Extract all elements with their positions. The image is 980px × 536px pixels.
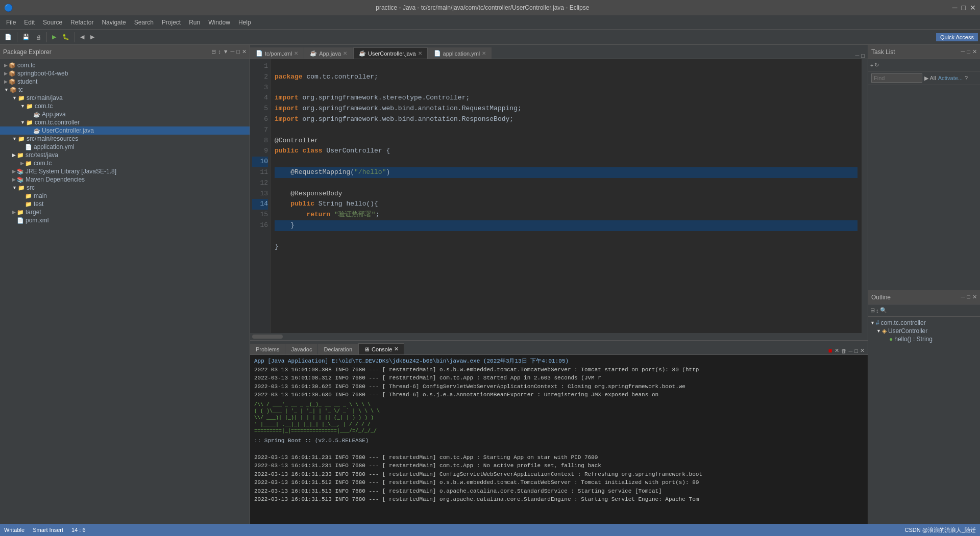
task-list-title: Task List	[871, 48, 895, 56]
tree-item-usercontroller[interactable]: ▶ ☕ UserController.java	[0, 126, 250, 135]
editor-main: 1 2 3 4 5 6 7 8 9 10 11 12 13 14	[250, 59, 868, 333]
tree-item-controller-pkg[interactable]: ▼ 📁 com.tc.controller	[0, 118, 250, 126]
label-student: student	[17, 78, 37, 85]
h-scrollbar-thumb[interactable]	[252, 335, 283, 339]
tab-application[interactable]: 📄 application.yml ✕	[428, 47, 492, 59]
menu-help[interactable]: Help	[234, 17, 255, 28]
ol-filter-btn[interactable]: 🔍	[880, 307, 887, 314]
bottom-max-btn[interactable]: □	[854, 348, 858, 354]
tab-declaration[interactable]: Declaration	[318, 344, 358, 354]
spring-art-3: \\/ ___)| |_)| | | | | || (_| | ) ) ) )	[254, 415, 864, 421]
tree-item-main[interactable]: ▶ 📁 main	[0, 192, 250, 200]
tab-pom-close[interactable]: ✕	[294, 50, 298, 56]
editor-max-btn[interactable]: □	[861, 53, 865, 59]
menu-navigate[interactable]: Navigate	[97, 17, 130, 28]
tree-item-src-main-res[interactable]: ▼ 📁 src/main/resources	[0, 135, 250, 143]
save-button[interactable]: 💾	[20, 32, 32, 42]
console-stop-btn[interactable]: ■	[828, 347, 832, 354]
editor-min-btn[interactable]: ─	[855, 53, 860, 59]
status-bar: Writable Smart Insert 14 : 6 CSDN @浪浪的流浪…	[0, 524, 980, 536]
icon-main: 📁	[25, 193, 32, 199]
tree-item-target[interactable]: ▶ 📁 target	[0, 208, 250, 216]
tl-all-label[interactable]: ▶ All	[924, 75, 936, 82]
task-list-find-input[interactable]	[871, 73, 922, 83]
tree-item-jre[interactable]: ▶ 📚 JRE System Library [JavaSE-1.8]	[0, 167, 250, 175]
minimize-button[interactable]: ─	[952, 4, 958, 12]
bottom-min-btn[interactable]: ─	[849, 348, 853, 354]
tree-item-maven[interactable]: ▶ 📚 Maven Dependencies	[0, 175, 250, 184]
pe-min-btn[interactable]: ─	[231, 48, 235, 55]
tl-close-btn[interactable]: ✕	[972, 48, 977, 55]
pe-collapse-btn[interactable]: ⊟	[211, 48, 216, 55]
maximize-button[interactable]: □	[962, 4, 966, 12]
tab-app-yml-close[interactable]: ✕	[482, 50, 486, 56]
forward-button[interactable]: ▶	[88, 32, 97, 42]
console-clear-btn[interactable]: 🗑	[841, 348, 847, 354]
tl-activate-label[interactable]: Activate...	[938, 75, 963, 81]
new-button[interactable]: 📄	[2, 32, 14, 42]
tl-refresh-btn[interactable]: ↻	[874, 62, 879, 68]
ol-collapse-btn[interactable]: ⊟	[870, 307, 875, 314]
tl-new-btn[interactable]: +	[870, 62, 873, 68]
menu-source[interactable]: Source	[39, 17, 66, 28]
tree-item-com-tc2[interactable]: ▼ 📁 com.tc	[0, 102, 250, 110]
outline-item-pkg[interactable]: ▼ # com.tc.controller	[868, 319, 980, 327]
outline-item-method[interactable]: ▶ ● hello() : String	[868, 335, 980, 343]
pe-sync-btn[interactable]: ↕	[218, 48, 221, 55]
tab-pom[interactable]: 📄 tc/pom.xml ✕	[250, 47, 304, 59]
tree-item-com-tc3[interactable]: ▶ 📁 com.tc	[0, 159, 250, 167]
tree-item-springboot[interactable]: ▶ 📦 springboot-04-web	[0, 69, 250, 78]
ol-max-btn[interactable]: □	[967, 294, 970, 300]
outline-item-class[interactable]: ▼ ◈ UserController	[868, 327, 980, 335]
tree-item-app-java[interactable]: ▶ ☕ App.java	[0, 110, 250, 118]
bottom-close-btn[interactable]: ✕	[860, 347, 865, 354]
tab-app-close[interactable]: ✕	[343, 50, 347, 56]
menu-run[interactable]: Run	[185, 17, 204, 28]
tree-item-com-tc[interactable]: ▶ 📦 com.tc	[0, 61, 250, 69]
tree-item-src[interactable]: ▼ 📁 src	[0, 184, 250, 192]
tab-javadoc[interactable]: Javadoc	[285, 344, 317, 354]
debug-button[interactable]: 🐛	[60, 32, 72, 42]
ol-close-btn[interactable]: ✕	[972, 294, 977, 300]
h-scrollbar[interactable]	[250, 333, 868, 340]
menu-search[interactable]: Search	[130, 17, 158, 28]
tree-item-test[interactable]: ▶ 📁 test	[0, 200, 250, 208]
tab-console[interactable]: 🖥 Console ✕	[358, 343, 404, 354]
menu-window[interactable]: Window	[204, 17, 234, 28]
ol-min-btn[interactable]: ─	[961, 294, 965, 300]
code-editor[interactable]: package com.tc.controller; import org.sp…	[271, 59, 862, 333]
quick-access-button[interactable]: Quick Access	[936, 33, 978, 41]
tree-item-tc[interactable]: ▼ 📦 tc	[0, 86, 250, 94]
tab-usercontroller[interactable]: ☕ UserController.java ✕	[353, 47, 428, 59]
print-button[interactable]: 🖨	[33, 33, 44, 42]
editor-scrollbar[interactable]	[862, 59, 868, 333]
tab-app[interactable]: ☕ App.java ✕	[304, 47, 353, 59]
menu-project[interactable]: Project	[158, 17, 185, 28]
tl-max-btn[interactable]: □	[967, 48, 970, 55]
ol-sort-btn[interactable]: ↕	[876, 308, 879, 314]
tab-console-close[interactable]: ✕	[394, 346, 399, 352]
tree-item-src-test-java[interactable]: ▶ 📁 src/test/java	[0, 151, 250, 159]
pe-close-btn[interactable]: ✕	[242, 48, 247, 55]
tree-item-src-main-java[interactable]: ▼ 📁 src/main/java	[0, 94, 250, 102]
tree-item-student[interactable]: ▶ 📦 student	[0, 78, 250, 86]
menu-refactor[interactable]: Refactor	[66, 17, 97, 28]
tl-help-btn[interactable]: ?	[965, 75, 968, 81]
menu-file[interactable]: File	[2, 17, 20, 28]
menu-edit[interactable]: Edit	[20, 17, 39, 28]
tree-item-app-yml[interactable]: ▶ 📄 application.yml	[0, 143, 250, 151]
tab-problems[interactable]: Problems	[250, 344, 285, 354]
tab-uc-close[interactable]: ✕	[418, 50, 422, 56]
tab-javadoc-label: Javadoc	[291, 346, 312, 352]
tab-app-yml-label: application.yml	[443, 50, 480, 57]
pe-max-btn[interactable]: □	[236, 48, 240, 55]
tree-item-pom[interactable]: ▶ 📄 pom.xml	[0, 216, 250, 224]
line-numbers: 1 2 3 4 5 6 7 8 9 10 11 12 13 14	[250, 59, 271, 333]
tl-min-btn[interactable]: ─	[961, 48, 965, 55]
console-terminate-btn[interactable]: ✕	[835, 347, 839, 354]
label-app: App.java	[42, 111, 66, 118]
back-button[interactable]: ◀	[78, 32, 87, 42]
pe-menu-btn[interactable]: ▼	[223, 48, 229, 55]
close-button[interactable]: ✕	[970, 4, 976, 12]
run-button[interactable]: ▶	[50, 32, 59, 42]
